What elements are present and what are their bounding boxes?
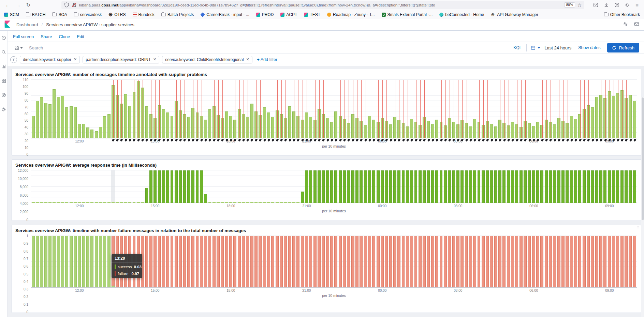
search-input[interactable]: Search [26,45,509,50]
management-gear-icon[interactable] [1,107,6,113]
filter-pill[interactable]: service.keyword: ChildBenefitsInterregio… [162,56,252,63]
account-icon[interactable] [614,2,619,7]
bar-failure [478,236,481,287]
bookmark-item[interactable]: Roadmap - Znuny - T... [327,12,375,17]
filter-pill[interactable]: partner.description.keyword: ORINT✕ [83,56,159,63]
bar [452,170,455,203]
bar-slot [603,170,607,203]
bar-slot [426,170,430,203]
bookmark-item[interactable]: Batch Projects [161,12,194,17]
annotation-line [143,80,143,138]
share-button[interactable]: Share [41,34,52,39]
remove-filter-icon[interactable]: ✕ [246,57,249,62]
bookmark-item[interactable]: PROD [256,12,274,17]
time-range-label[interactable]: Last 24 hours [544,45,578,50]
page-scrollbar[interactable] [641,97,644,317]
panel-options-gripper[interactable]: ⠿ [637,227,640,228]
mail-icon[interactable] [634,21,639,28]
scrollbar-thumb[interactable] [642,97,644,220]
refresh-button[interactable]: Refresh [607,43,639,52]
bar [536,170,539,203]
x-tick-label: 18:00 [226,289,235,292]
breadcrumb-dashboard[interactable]: Dashboard [16,22,38,27]
shield-icon[interactable] [64,2,69,7]
filter-pill[interactable]: direction.keyword: supplier✕ [20,56,80,63]
annotation-line [176,80,177,138]
bar-failure [414,236,418,287]
remove-filter-icon[interactable]: ✕ [153,57,156,62]
remove-filter-icon[interactable]: ✕ [74,57,77,62]
bookmark-item[interactable]: beConnected - Home [439,12,484,17]
extensions-icon[interactable] [625,2,630,7]
bar-success [61,236,64,287]
back-icon[interactable]: ← [3,1,12,9]
folder-icon [161,13,166,16]
saved-query-button[interactable] [11,45,26,50]
bar-slot [452,236,456,287]
bar-failure [305,236,308,287]
date-picker-button[interactable] [527,45,544,50]
y-tick-label: 60 [25,112,28,116]
bar [507,170,510,203]
bookmark-item[interactable]: TEST [304,12,320,17]
bookmark-item[interactable]: CareerBreak - input - ... [201,12,249,17]
clone-button[interactable]: Clone [59,34,70,39]
menu-icon[interactable]: ≡ [635,2,639,8]
x-tick-label: 00:00 [378,204,386,208]
bar-failure [557,236,560,287]
bar-slot [107,170,111,203]
x-tick-label: 21:00 [302,204,311,208]
bar [402,170,405,203]
bar-failure [532,236,535,287]
bar-failure [536,236,539,287]
other-bookmarks-button[interactable]: Other Bookmark [604,12,640,17]
bookmark-item[interactable]: servicedesk [74,12,102,17]
filter-icon[interactable] [10,56,17,63]
downloads-icon[interactable] [604,2,609,7]
bar-slot [271,236,275,287]
reload-icon[interactable]: ↻ [24,1,33,9]
url-bar[interactable]: kibana.paas.cbss.inet/app/kibana#/dashbo… [61,1,584,9]
bar-slot [161,170,165,203]
kql-toggle[interactable]: KQL [509,45,526,50]
page-title: Services overview APIGW : supplier servi… [46,22,134,27]
tooltip-time: 13:20 [112,254,142,263]
bar-slot [48,170,52,203]
show-dates-link[interactable]: Show dates [578,45,607,50]
bar [153,170,157,203]
bar [95,131,98,138]
zoom-level-badge[interactable]: 80% [564,2,575,7]
dashboard-icon[interactable] [1,78,6,85]
bookmark-item[interactable]: SCM [4,12,19,17]
bookmark-item[interactable]: ACPT [280,12,297,17]
lock-disabled-icon[interactable] [72,2,77,7]
bar [78,124,81,138]
recent-items-icon[interactable] [1,35,6,42]
bookmark-item[interactable]: ⊕API Gateway Manager [491,12,538,17]
settings-icon[interactable] [623,21,628,28]
annotation-line [311,80,311,138]
bar [355,170,358,203]
bookmark-item[interactable]: SOA [52,12,67,17]
bookmark-star-icon[interactable]: ☆ [577,2,582,8]
bookmark-item[interactable]: ✳OTRS [108,12,126,17]
kibana-logo[interactable] [3,20,12,30]
discover-icon[interactable] [1,50,6,56]
add-filter-button[interactable]: + Add filter [257,57,277,62]
annotation-line [408,80,408,138]
full-screen-button[interactable]: Full screen [13,34,34,39]
edit-button[interactable]: Edit [77,34,84,39]
bookmark-item[interactable]: BATCH [26,12,46,17]
maps-icon[interactable] [1,93,6,99]
bar-slot [477,236,481,287]
visualize-icon[interactable] [1,64,6,70]
url-text[interactable]: kibana.paas.cbss.inet/app/kibana#/dashbo… [79,3,562,7]
forward-icon[interactable]: → [14,1,23,9]
bar-slot [153,170,157,203]
bar-slot [338,170,342,203]
otrs-icon: ✳ [108,13,113,17]
pocket-icon[interactable] [593,2,598,7]
annotation-line [117,80,118,138]
bookmark-item[interactable]: Smals External Portal -... [382,12,433,17]
bookmark-item[interactable]: Rundeck [133,12,155,17]
